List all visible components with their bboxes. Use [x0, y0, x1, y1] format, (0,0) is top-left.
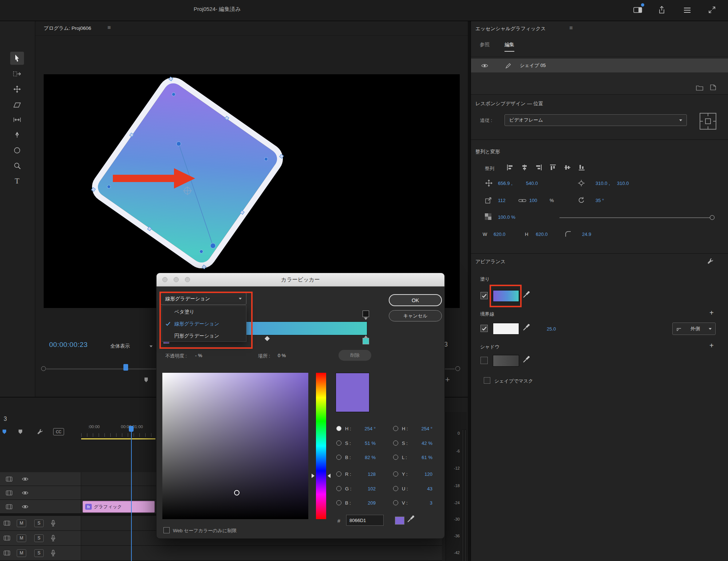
appearance-settings-wrench-icon[interactable] — [707, 258, 714, 265]
align-top-icon[interactable] — [550, 164, 556, 171]
hex-input[interactable] — [346, 515, 384, 526]
selection-tool-button[interactable] — [10, 52, 24, 65]
rgb-b-value[interactable]: 209 — [355, 500, 376, 506]
rgb-r-radio[interactable] — [336, 471, 341, 477]
mute-button[interactable]: M — [17, 549, 26, 557]
scale-icon[interactable] — [485, 197, 492, 204]
shape-corner-handle[interactable] — [279, 154, 284, 159]
hsb-b-radio[interactable] — [336, 455, 341, 460]
pin-to-widget[interactable] — [696, 109, 720, 133]
yuv-u-radio[interactable] — [393, 486, 398, 491]
yuv-v-radio[interactable] — [393, 500, 398, 505]
scrubber-left-ring[interactable] — [41, 366, 46, 371]
track-visibility-eye-icon[interactable] — [22, 491, 28, 495]
solo-button[interactable]: S — [34, 534, 44, 542]
tab-edit[interactable]: 編集 — [505, 42, 514, 52]
rgb-g-radio[interactable] — [336, 486, 341, 491]
stop-opacity-value[interactable]: - % — [195, 353, 202, 358]
type-tool-button[interactable]: T — [10, 175, 24, 187]
opacity-slider-track[interactable] — [559, 217, 712, 218]
ellipse-tool-button[interactable] — [10, 144, 24, 157]
corner-radius-handle[interactable] — [171, 92, 176, 97]
zoom-level-select[interactable]: 全体表示 — [107, 341, 155, 351]
position-y-value[interactable]: 540.0 — [526, 181, 538, 186]
hsl-h-radio[interactable] — [393, 426, 398, 431]
voiceover-mic-icon[interactable] — [51, 520, 55, 526]
gradient-color-stop-right[interactable] — [363, 338, 369, 344]
zoom-tool-button[interactable] — [10, 159, 24, 172]
new-folder-icon[interactable] — [696, 85, 703, 91]
add-stroke-button[interactable]: + — [709, 309, 714, 317]
shape-edge-handle[interactable] — [240, 210, 245, 215]
corner-radius-value[interactable]: 24.9 — [582, 232, 591, 237]
video-track-v2-header[interactable] — [0, 486, 81, 500]
stroke-position-select[interactable]: 外側 — [672, 323, 716, 335]
color-field[interactable] — [162, 373, 308, 519]
pen-tool-button[interactable] — [10, 129, 24, 141]
anchor-point-icon[interactable] — [578, 179, 585, 187]
align-right-icon[interactable] — [535, 164, 542, 171]
track-source-icon[interactable] — [4, 521, 10, 526]
mask-with-shape-checkbox[interactable] — [484, 377, 490, 384]
position-icon[interactable] — [485, 179, 493, 187]
layer-edit-pen-icon[interactable] — [506, 63, 511, 68]
rotation-value[interactable]: 35 ° — [596, 198, 604, 203]
layer-row-shape05[interactable]: シェイプ 05 — [471, 59, 728, 72]
shape-edge-handle[interactable] — [129, 133, 134, 137]
mute-button[interactable]: M — [17, 519, 26, 527]
program-timecode[interactable]: 00:00:00:23 — [49, 341, 88, 349]
shape-corner-handle[interactable] — [91, 187, 96, 192]
opacity-slider-handle[interactable] — [710, 215, 715, 220]
dialog-titlebar[interactable]: カラーピッカー — [157, 273, 444, 287]
follow-select[interactable]: ビデオフレーム — [505, 114, 687, 126]
essential-graphics-title[interactable]: エッセンシャルグラフィックス — [475, 25, 546, 32]
corner-radius-handle[interactable] — [264, 157, 269, 162]
rotation-icon[interactable] — [578, 197, 585, 204]
hsl-h-value[interactable]: 254 ° — [411, 426, 432, 431]
corner-radius-handle[interactable] — [199, 249, 204, 254]
hsl-l-radio[interactable] — [393, 455, 398, 460]
playhead-icon[interactable] — [1, 429, 7, 435]
audio-track-a3-lane[interactable] — [81, 546, 442, 561]
stroke-checkbox[interactable] — [480, 325, 488, 332]
marker-icon[interactable] — [17, 429, 23, 435]
add-button[interactable]: + — [445, 375, 450, 384]
timeline-settings-wrench-icon[interactable] — [36, 428, 44, 435]
yuv-y-radio[interactable] — [393, 471, 398, 477]
shape-corner-handle[interactable] — [202, 265, 206, 269]
shadow-color-swatch[interactable] — [493, 355, 519, 367]
panel-layout-icon[interactable] — [633, 5, 643, 15]
fill-gradient-swatch[interactable] — [493, 290, 519, 302]
fill-checkbox[interactable] — [480, 292, 488, 299]
work-area-bar[interactable] — [81, 438, 155, 439]
rgb-g-value[interactable]: 102 — [355, 486, 376, 491]
stroke-color-swatch[interactable] — [493, 323, 519, 335]
video-track-v3-header[interactable] — [0, 472, 81, 486]
graphic-clip[interactable]: fx グラフィック — [83, 501, 155, 513]
track-source-icon[interactable] — [6, 490, 12, 495]
shape-edge-handle[interactable] — [147, 226, 152, 231]
add-shadow-button[interactable]: + — [709, 341, 714, 350]
anchor-y-value[interactable]: 310.0 — [617, 181, 629, 186]
program-panel-menu-icon[interactable]: ≡ — [107, 24, 111, 31]
layer-visibility-eye-icon[interactable] — [481, 63, 488, 68]
fill-type-select[interactable]: 線形グラデーション — [161, 293, 246, 305]
timeline-playhead-line[interactable] — [131, 430, 132, 561]
opacity-icon[interactable] — [485, 213, 491, 220]
yuv-y-value[interactable]: 120 — [411, 471, 432, 477]
anchor-x-value[interactable]: 310.0 , — [596, 181, 610, 186]
fill-eyedropper-icon[interactable] — [523, 291, 530, 298]
align-bottom-icon[interactable] — [578, 164, 585, 171]
track-source-icon[interactable] — [4, 550, 10, 556]
hsb-h-value[interactable]: 254 ° — [355, 426, 376, 431]
mute-button[interactable]: M — [17, 534, 26, 542]
yuv-v-value[interactable]: 3 — [411, 500, 432, 506]
audio-track-a2-header[interactable]: M S — [0, 531, 81, 546]
hsb-s-radio[interactable] — [336, 440, 341, 446]
scale-y-value[interactable]: 100 — [529, 198, 537, 203]
delete-stop-button[interactable]: 削除 — [339, 350, 371, 361]
stroke-eyedropper-icon[interactable] — [523, 323, 530, 331]
hsb-h-radio[interactable] — [336, 426, 341, 431]
voiceover-mic-icon[interactable] — [51, 550, 55, 556]
hsl-s-value[interactable]: 42 % — [411, 440, 432, 446]
